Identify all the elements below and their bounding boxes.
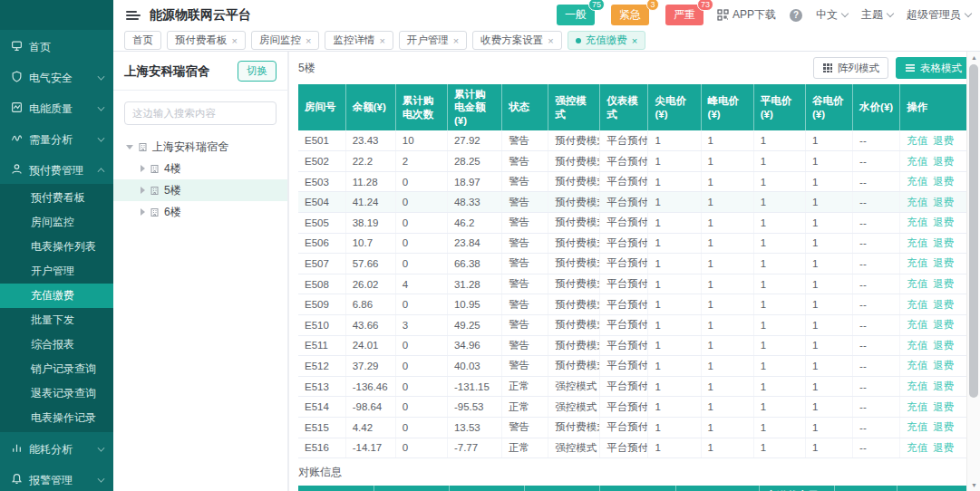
tree-floor-node[interactable]: 4楼 <box>113 158 287 179</box>
tab-label: 预付费看板 <box>175 34 228 47</box>
power-quality-icon <box>11 101 23 116</box>
tree-floor-node[interactable]: 5楼 <box>113 179 287 201</box>
tab-4[interactable]: 开户管理× <box>399 31 467 50</box>
refund-link[interactable]: 退费 <box>933 217 954 227</box>
tree-root-node[interactable]: 上海安科瑞宿舍 <box>113 136 287 158</box>
recharge-link[interactable]: 充值 <box>907 257 927 268</box>
recharge-link[interactable]: 充值 <box>907 299 927 310</box>
alarm-badge-general[interactable]: 一般75 <box>557 5 595 25</box>
sidebar-item-4[interactable]: 预付费管理 <box>0 157 113 184</box>
refund-link[interactable]: 退费 <box>933 197 954 207</box>
sidebar-subitem[interactable]: 退表记录查询 <box>0 381 113 406</box>
refund-link[interactable]: 退费 <box>933 156 954 167</box>
alarm-badge-urgent[interactable]: 紧急3 <box>611 5 649 25</box>
recharge-link[interactable]: 充值 <box>907 360 927 371</box>
language-select[interactable]: 中文 <box>816 7 848 23</box>
sidebar-item-2[interactable]: 电能质量 <box>0 95 113 122</box>
alarm-badge-severe[interactable]: 严重73 <box>665 5 703 25</box>
sidebar-subitem[interactable]: 销户记录查询 <box>0 357 113 381</box>
refund-link[interactable]: 退费 <box>933 442 954 453</box>
recharge-link[interactable]: 充值 <box>907 319 927 330</box>
switch-building-button[interactable]: 切换 <box>238 61 277 82</box>
recharge-link[interactable]: 充值 <box>907 278 927 289</box>
scroll-up-icon[interactable]: ▲ <box>967 52 980 63</box>
sidebar-item-label: 电气安全 <box>29 71 98 86</box>
tab-label: 监控详情 <box>333 34 374 47</box>
close-icon[interactable]: × <box>453 35 459 46</box>
room-cell: 平台预付费 <box>600 417 648 438</box>
sidebar-item-3[interactable]: 需量分析 <box>0 126 113 153</box>
user-menu[interactable]: 超级管理员 <box>907 7 971 23</box>
recharge-link[interactable]: 充值 <box>907 380 927 391</box>
refund-link[interactable]: 退费 <box>933 360 954 371</box>
recharge-link[interactable]: 充值 <box>907 237 927 248</box>
app-download-link[interactable]: APP下载 <box>717 7 776 23</box>
recharge-link[interactable]: 充值 <box>907 421 927 432</box>
close-icon[interactable]: × <box>632 35 637 46</box>
close-icon[interactable]: × <box>548 35 553 46</box>
scroll-down-icon[interactable]: ▼ <box>967 479 980 491</box>
sidebar-subitem[interactable]: 预付费看板 <box>0 186 113 210</box>
sidebar-item-6[interactable]: 报警管理 <box>0 467 113 491</box>
refund-link[interactable]: 退费 <box>933 340 954 351</box>
tab-5[interactable]: 收费方案设置× <box>472 31 561 50</box>
room-cell: 1 <box>701 438 753 458</box>
sidebar-subitem[interactable]: 批量下发 <box>0 308 113 332</box>
refund-link[interactable]: 退费 <box>933 257 954 268</box>
recharge-link[interactable]: 充值 <box>907 217 927 227</box>
app-root: 首页电气安全电能质量需量分析预付费管理预付费看板房间监控电表操作列表开户管理充值… <box>0 0 980 491</box>
tab-0[interactable]: 首页 <box>124 31 161 50</box>
sidebar-item-5[interactable]: 能耗分析 <box>0 436 113 463</box>
menu-collapse-icon[interactable] <box>126 9 141 22</box>
theme-select[interactable]: 主题 <box>861 7 893 23</box>
recharge-link[interactable]: 充值 <box>907 156 927 167</box>
sidebar-subitem[interactable]: 开户管理 <box>0 259 113 284</box>
sidebar-subitem[interactable]: 综合报表 <box>0 332 113 357</box>
sidebar-subitem[interactable]: 房间监控 <box>0 210 113 235</box>
room-cell: 0 <box>395 397 447 418</box>
refund-link[interactable]: 退费 <box>933 278 954 289</box>
building-tree: 上海安科瑞宿舍4楼5楼6楼 <box>113 130 287 228</box>
tree-floor-node[interactable]: 6楼 <box>113 201 287 223</box>
recharge-link[interactable]: 充值 <box>907 442 927 453</box>
sidebar-subitem[interactable]: 电表操作列表 <box>0 235 113 259</box>
close-icon[interactable]: × <box>232 35 238 46</box>
recharge-link[interactable]: 充值 <box>907 401 927 412</box>
tab-3[interactable]: 监控详情× <box>325 31 393 50</box>
recharge-link[interactable]: 充值 <box>907 135 927 146</box>
refund-link[interactable]: 退费 <box>933 237 954 248</box>
refund-link[interactable]: 退费 <box>933 421 954 432</box>
refund-link[interactable]: 退费 <box>933 176 954 187</box>
recharge-link[interactable]: 充值 <box>907 197 927 207</box>
view-mode-button-1[interactable]: 表格模式 <box>896 57 971 79</box>
refund-link[interactable]: 退费 <box>933 135 954 146</box>
sidebar-item-1[interactable]: 电气安全 <box>0 64 113 91</box>
refund-link[interactable]: 退费 <box>933 299 954 310</box>
scrollbar-thumb[interactable] <box>969 64 978 398</box>
vertical-scrollbar[interactable]: ▲ ▼ <box>966 52 980 491</box>
close-icon[interactable]: × <box>379 35 384 46</box>
room-cell: 1 <box>753 130 805 151</box>
tab-bar: 首页预付费看板×房间监控×监控详情×开户管理×收费方案设置×充值缴费× <box>113 30 980 52</box>
refund-link[interactable]: 退费 <box>933 401 954 412</box>
refund-link[interactable]: 退费 <box>933 319 954 330</box>
sidebar-subitem[interactable]: 电表操作记录 <box>0 406 113 430</box>
alarm-count-badge: 75 <box>588 0 605 11</box>
tab-6[interactable]: 充值缴费× <box>568 31 645 50</box>
tab-2[interactable]: 房间监控× <box>251 31 319 50</box>
refund-link[interactable]: 退费 <box>933 380 954 391</box>
help-icon[interactable]: ? <box>790 9 802 22</box>
room-actions-cell: 充值退费 <box>900 314 971 335</box>
sidebar-item-0[interactable]: 首页 <box>0 34 113 61</box>
view-mode-label: 表格模式 <box>920 62 962 75</box>
view-mode-label: 阵列模式 <box>838 62 879 75</box>
room-row-E506: E50610.7023.84警告预付费模式平台预付费1111--充值退费 <box>298 233 971 254</box>
view-mode-button-0[interactable]: 阵列模式 <box>813 57 888 79</box>
room-cell: 警告 <box>502 130 548 151</box>
sidebar-subitem[interactable]: 充值缴费 <box>0 284 113 308</box>
recharge-link[interactable]: 充值 <box>907 340 927 351</box>
recharge-link[interactable]: 充值 <box>907 176 927 187</box>
tree-search-input[interactable] <box>124 101 277 125</box>
tab-1[interactable]: 预付费看板× <box>167 31 246 50</box>
close-icon[interactable]: × <box>306 35 311 46</box>
